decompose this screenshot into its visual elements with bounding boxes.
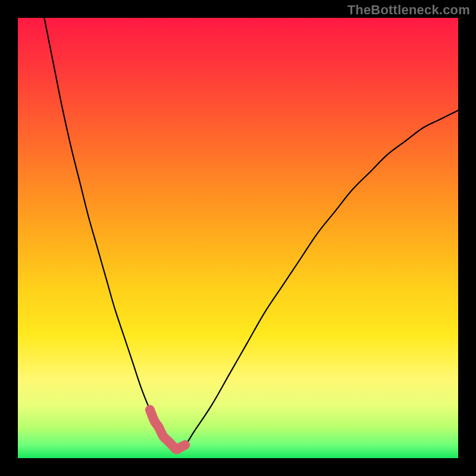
watermark-text: TheBottleneck.com [347,2,470,18]
bottleneck-curve [44,18,458,449]
plot-area [18,18,458,458]
curve-svg [18,18,458,458]
optimal-marker [150,410,185,450]
chart-stage: TheBottleneck.com [0,0,476,476]
